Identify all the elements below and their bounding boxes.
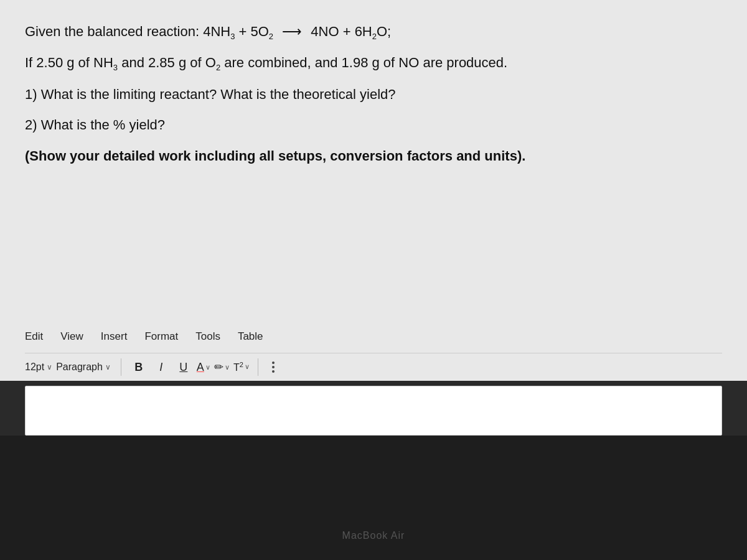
line-4: 2) What is the % yield? xyxy=(25,113,722,136)
toolbar-area: Edit View Insert Format Tools Table 12pt… xyxy=(0,320,747,381)
highlight-dropdown[interactable]: ✏ ∨ xyxy=(214,360,230,374)
line-1: Given the balanced reaction: 4NH3 + 5O2 … xyxy=(25,20,722,44)
paragraph-value: Paragraph xyxy=(56,362,103,373)
menu-format[interactable]: Format xyxy=(144,330,178,343)
formatting-bar: 12pt ∨ Paragraph ∨ B I U A ∨ ✏ ∨ T2 ∨ xyxy=(25,353,722,381)
highlight-icon: ✏ xyxy=(214,360,223,374)
more-dot-1 xyxy=(272,362,275,364)
menu-view[interactable]: View xyxy=(60,330,83,343)
menu-bar: Edit View Insert Format Tools Table xyxy=(25,330,722,345)
macbook-label: MacBook Air xyxy=(342,530,405,541)
underline-button[interactable]: U xyxy=(174,357,194,377)
menu-insert[interactable]: Insert xyxy=(101,330,128,343)
toolbar-divider-1 xyxy=(121,358,121,376)
menu-edit[interactable]: Edit xyxy=(25,330,43,343)
more-dot-2 xyxy=(272,366,275,368)
screen: Given the balanced reaction: 4NH3 + 5O2 … xyxy=(0,0,747,560)
menu-tools[interactable]: Tools xyxy=(195,330,220,343)
paragraph-chevron: ∨ xyxy=(105,363,111,371)
content-area: Given the balanced reaction: 4NH3 + 5O2 … xyxy=(0,0,747,320)
line-2: If 2.50 g of NH3 and 2.85 g of O2 are co… xyxy=(25,51,722,75)
bottom-bar: MacBook Air xyxy=(0,436,747,560)
more-dot-3 xyxy=(272,370,275,373)
line-3: 1) What is the limiting reactant? What i… xyxy=(25,83,722,106)
line-5: (Show your detailed work including all s… xyxy=(25,144,722,167)
highlight-chevron: ∨ xyxy=(225,363,230,371)
editor-body[interactable] xyxy=(25,386,722,436)
question-text: Given the balanced reaction: 4NH3 + 5O2 … xyxy=(25,20,722,167)
superscript-dropdown[interactable]: T2 ∨ xyxy=(233,361,250,373)
font-size-select[interactable]: 12pt ∨ xyxy=(25,362,52,373)
superscript-chevron: ∨ xyxy=(245,363,250,371)
font-size-value: 12pt xyxy=(25,362,44,373)
toolbar-divider-2 xyxy=(258,358,258,376)
superscript-icon: T2 xyxy=(233,361,243,373)
more-options-button[interactable] xyxy=(268,359,278,375)
menu-table[interactable]: Table xyxy=(238,330,263,343)
paragraph-select[interactable]: Paragraph ∨ xyxy=(56,362,111,373)
bold-button[interactable]: B xyxy=(129,357,149,377)
italic-button[interactable]: I xyxy=(151,357,171,377)
text-color-icon: A xyxy=(197,361,204,374)
text-color-dropdown[interactable]: A ∨ xyxy=(197,361,210,374)
text-color-chevron: ∨ xyxy=(205,363,210,371)
font-size-chevron: ∨ xyxy=(47,363,52,371)
